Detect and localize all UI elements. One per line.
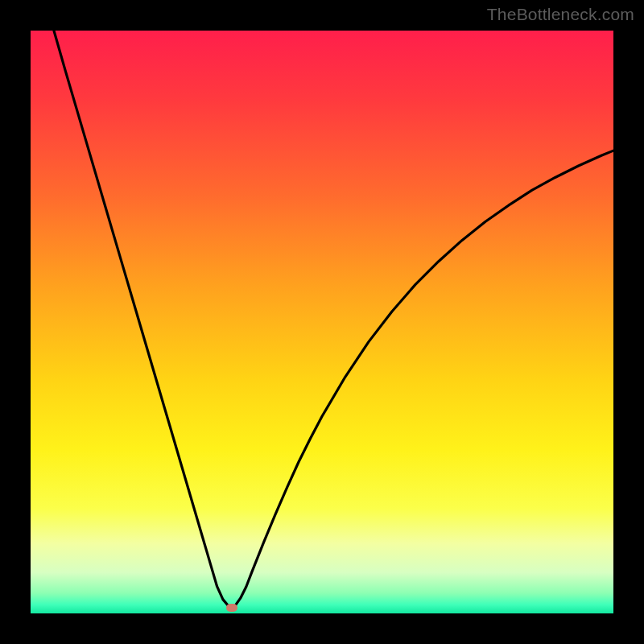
chart-frame: TheBottleneck.com (0, 0, 644, 644)
plot-area (31, 31, 613, 613)
optimal-point-marker (226, 604, 237, 612)
watermark-text: TheBottleneck.com (487, 5, 634, 24)
bottleneck-curve (31, 31, 613, 613)
